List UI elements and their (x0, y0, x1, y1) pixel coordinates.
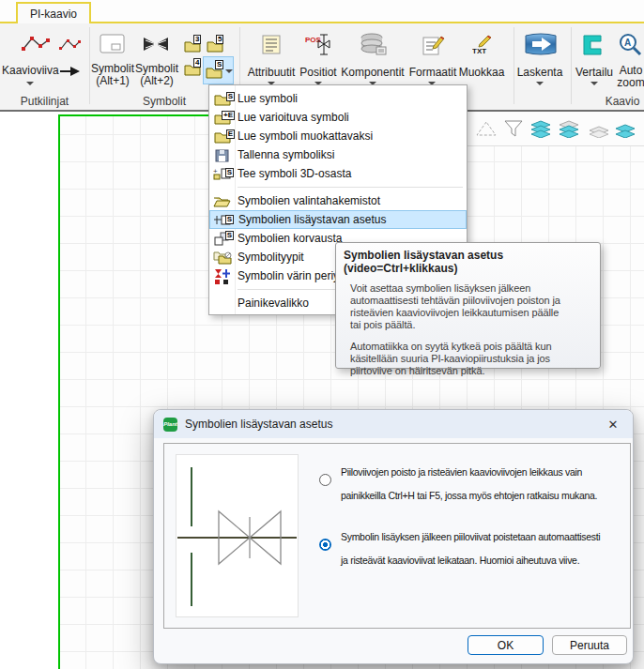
menu-item-label: Lue symboli muokattavaksi (235, 129, 373, 143)
symbol-replace-icon: S (209, 231, 235, 246)
menu-item-label: Tee symboli 3D-osasta (235, 167, 351, 180)
folder-5-badge: 5 (216, 35, 223, 44)
close-icon[interactable]: ✕ (603, 416, 623, 433)
tab-pi-kaavio[interactable]: PI-kaavio (16, 2, 91, 23)
group-separator (514, 27, 514, 104)
menu-item-label: Lue varioituva symboli (235, 111, 349, 124)
ok-button[interactable]: OK (468, 635, 544, 655)
layers-off-icon[interactable] (587, 119, 609, 138)
auto-zoom-button[interactable]: Auto zoom (612, 65, 644, 89)
symbol-insert-setting-icon: S (210, 212, 236, 227)
formaatit-button[interactable]: Formaatit (407, 67, 458, 79)
folder-s-icon: S (209, 92, 235, 106)
symbol-pattern-icon[interactable] (143, 37, 169, 52)
menu-item-symbolien-valintahakemistot[interactable]: Symbolien valintahakemistot (209, 191, 467, 210)
menu-item-label: Symbolien lisäystavan asetus (236, 213, 386, 226)
folder-s-badge: S (215, 60, 223, 69)
layers-all-icon[interactable] (529, 119, 551, 138)
menu-item-label: Tallenna symboliksi (235, 148, 334, 161)
menu-item-lue-varioituva-symboli[interactable]: +E Lue varioituva symboli (209, 108, 467, 127)
symbol-insert-settings-dialog: Plant Symbolien lisäystavan asetus ✕ Pii… (153, 409, 634, 664)
menu-item-label: Symbolin värin periy (235, 269, 339, 282)
menu-item-label: Symbolien korvausta (235, 232, 342, 245)
dialog-title-bar: Plant Symbolien lisäystavan asetus ✕ (154, 410, 633, 438)
group-separator (571, 27, 572, 104)
menu-item-lue-symboli[interactable]: S Lue symboli (209, 89, 467, 108)
menu-item-label: Lue symboli (235, 92, 298, 105)
diagram-line-icon[interactable] (21, 35, 51, 53)
radio-manual-mode-label[interactable]: Piiloviivojen poisto ja risteävien kaavi… (341, 461, 632, 508)
attribuutit-button[interactable]: Attribuutit (242, 67, 300, 79)
edit-text-icon[interactable]: TXT (472, 35, 497, 55)
menu-item-tallenna-symboliksi[interactable]: Tallenna symboliksi (209, 145, 467, 164)
kaavioviiva-button[interactable]: Kaavioviiva (2, 65, 58, 77)
group-label-kaavio: Kaavio (601, 95, 644, 108)
cancel-button[interactable]: Peruuta (552, 635, 627, 655)
ribbon-tab-bar: PI-kaavio (0, 0, 644, 23)
laskenta-button[interactable]: Laskenta (515, 67, 564, 79)
menu-separator (209, 183, 467, 191)
radio-manual-mode[interactable] (319, 474, 331, 486)
group-label-putkilinjat: Putkilinjat (0, 95, 89, 108)
svg-text:A: A (624, 38, 631, 48)
positiot-button[interactable]: Positiot (296, 67, 341, 79)
vertailu-button[interactable]: Vertailu (573, 67, 616, 79)
menu-item-label: Symbolityypit (235, 251, 304, 264)
diagram-line-small-icon[interactable] (59, 38, 82, 52)
menu-item-tee-symboli-3d-osasta[interactable]: + S Tee symboli 3D-osasta (209, 164, 467, 183)
compare-icon[interactable] (582, 35, 603, 55)
app-logo-icon: Plant (163, 418, 177, 432)
ribbon-tooltip: Symbolien lisäystavan asetus (video=Ctrl… (335, 242, 601, 369)
folder-plus-e-icon: +E (209, 111, 235, 125)
tooltip-title: Symbolien lisäystavan asetus (video=Ctrl… (344, 249, 592, 275)
layers-current-icon[interactable] (613, 119, 636, 138)
dropdown-caret-icon (225, 69, 233, 73)
symbol-types-icon (209, 250, 235, 265)
formats-icon[interactable] (422, 35, 445, 55)
positions-icon[interactable]: POS (305, 34, 331, 55)
laskenta-caret-icon[interactable] (536, 82, 544, 85)
menu-item-label: Symbolien valintahakemistot (235, 194, 380, 207)
menu-item-lue-symboli-muokattavaksi[interactable]: E Lue symboli muokattavaksi (209, 127, 467, 145)
application-window: PI-kaavio Kaavioviiva Putkilinjat Symbol… (0, 0, 644, 669)
auto-zoom-icon[interactable]: A (618, 33, 644, 56)
svg-text:POS: POS (305, 36, 322, 44)
read-symbol-dropdown-button[interactable]: S (203, 56, 234, 84)
save-icon (209, 148, 235, 162)
vertailu-caret-icon[interactable] (590, 82, 598, 85)
tooltip-body-1: Voit asettaa symbolien lisäyksen jälkeen… (350, 282, 592, 331)
svg-text:TXT: TXT (472, 47, 486, 55)
komponentit-button[interactable]: Komponentit (336, 67, 409, 79)
menu-item-label: Painikevalikko (235, 296, 309, 310)
components-icon[interactable] (360, 33, 388, 56)
symbolit-alt2-button[interactable]: Symbolit (Alt+2) (133, 63, 180, 87)
filter-icon[interactable] (502, 119, 525, 138)
calculation-icon[interactable] (525, 33, 557, 55)
symbolit-alt1-button[interactable]: Symbolit (Alt+1) (89, 63, 136, 87)
menu-item-symbolien-lisaystavan-asetus[interactable]: S Symbolien lisäystavan asetus (209, 210, 467, 229)
symbol-placeholder-icon[interactable] (100, 34, 125, 53)
pipe-arrow-icon[interactable] (60, 66, 81, 77)
folder-3-badge: 3 (193, 35, 201, 44)
radio-automatic-mode-label[interactable]: Symbolin lisäyksen jälkeen piiloviivat p… (341, 525, 632, 572)
tooltip-body-2: Automatiikka on syytä kytkeä pois päältä… (350, 341, 592, 377)
attributes-icon[interactable] (262, 35, 281, 54)
radio-automatic-mode[interactable] (319, 539, 331, 551)
dashed-polygon-icon[interactable] (475, 119, 498, 138)
folder-4-badge: 4 (193, 58, 201, 68)
dialog-title: Symbolien lisäystavan asetus (185, 418, 332, 431)
folder-e-icon: E (209, 129, 235, 144)
symbol-color-inherit-icon (209, 268, 235, 284)
muokkaa-button[interactable]: Muokkaa (456, 67, 507, 79)
layers-mixed-icon[interactable] (557, 119, 579, 138)
symbol-from-3d-icon: + S (209, 166, 235, 181)
open-folder-icon (209, 194, 235, 208)
kaavioviiva-caret-icon[interactable] (26, 82, 34, 85)
valve-preview-image (176, 454, 299, 617)
